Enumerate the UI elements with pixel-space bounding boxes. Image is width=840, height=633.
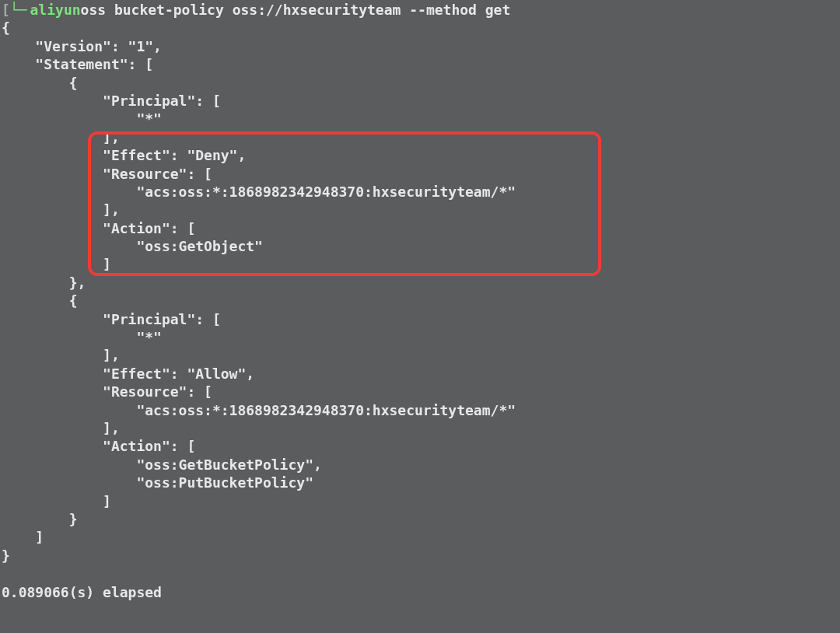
output-line: ] (2, 256, 111, 272)
output-line: "Statement": [ (2, 56, 153, 72)
output-line: "oss:GetObject" (2, 238, 263, 254)
output-line: }, (2, 275, 86, 291)
output-line: "Version": "1", (2, 38, 162, 54)
terminal-output[interactable]: [ └─ aliyun oss bucket-policy oss://hxse… (0, 0, 840, 602)
output-line: ], (2, 347, 120, 363)
output-line: "Principal": [ (2, 93, 221, 109)
output-line: "Effect": "Allow", (2, 365, 254, 382)
output-line: { (2, 292, 78, 309)
output-line: "Action": [ (2, 220, 195, 236)
output-line: ] (2, 529, 44, 545)
output-line: ], (2, 201, 120, 218)
output-line: "oss:PutBucketPolicy" (2, 474, 313, 491)
elapsed-time-text: 0.089066(s) elapsed (2, 583, 840, 601)
output-line: { (2, 19, 10, 36)
output-line: "*" (2, 329, 162, 345)
output-line: } (2, 547, 10, 564)
output-line: ], (2, 420, 120, 436)
command-arguments: oss bucket-policy oss://hxsecurityteam -… (81, 1, 511, 19)
prompt-arrow-icon: └─ (10, 1, 27, 19)
output-line: } (2, 511, 78, 527)
output-line: "Principal": [ (2, 311, 221, 327)
output-line: "acs:oss:*:1868982342948370:hxsecurityte… (2, 184, 516, 200)
output-line: "oss:GetBucketPolicy", (2, 456, 322, 473)
output-line: "Action": [ (2, 438, 195, 454)
output-line: { (2, 75, 78, 91)
output-line: ] (2, 493, 111, 509)
json-policy-output: { "Version": "1", "Statement": [ { "Prin… (2, 19, 840, 565)
output-line: "acs:oss:*:1868982342948370:hxsecurityte… (2, 402, 516, 418)
output-line: ], (2, 129, 120, 145)
output-line: "Resource": [ (2, 383, 212, 400)
output-line: "Effect": "Deny", (2, 147, 246, 163)
prompt-open-bracket: [ (2, 1, 10, 19)
output-line: "Resource": [ (2, 166, 212, 182)
output-line: "*" (2, 110, 162, 127)
command-executable: aliyun (30, 1, 81, 19)
command-prompt-line: [ └─ aliyun oss bucket-policy oss://hxse… (2, 0, 840, 19)
